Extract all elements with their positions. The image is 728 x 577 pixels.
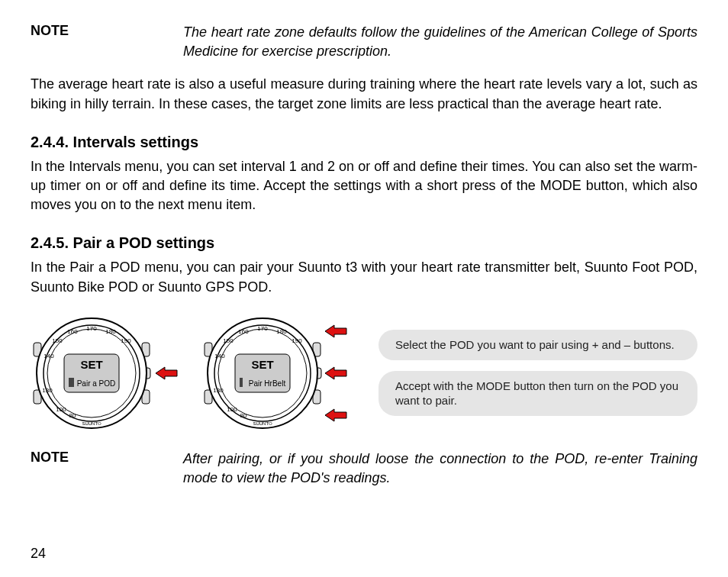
pair-pod-body: In the Pair a POD menu, you can pair you… [31,258,697,296]
watch-2-brand: SUUNTO [253,421,272,426]
page-number: 24 [31,546,46,562]
svg-text:130: 130 [213,387,224,394]
pair-pod-diagram: 170 160 180 150 190 140 130 80 100 SET [31,312,697,434]
svg-text:140: 140 [43,353,54,359]
note-2: NOTE After pairing, or if you should loo… [31,450,697,488]
svg-text:150: 150 [223,337,234,344]
pair-pod-heading: 2.4.5. Pair a POD settings [31,234,697,252]
svg-text:180: 180 [105,328,116,335]
svg-text:190: 190 [292,337,302,344]
watch-1-brand: SUUNTO [82,421,101,426]
arrow-icon [325,366,348,381]
watch-1: 170 160 180 150 190 140 130 80 100 SET [31,312,153,434]
intervals-heading: 2.4.4. Intervals settings [31,134,697,151]
note-1-text: The heart rate zone defaults follow the … [183,23,697,61]
svg-text:160: 160 [238,328,249,335]
watch-2-line2: Pair HrBelt [249,379,286,388]
svg-text:180: 180 [276,328,287,335]
callouts: Select the POD you want to pair using + … [378,330,697,416]
average-heart-rate-paragraph: The average heart rate is also a useful … [31,75,697,113]
note-2-label: NOTE [31,450,183,488]
svg-text:190: 190 [121,337,131,344]
watch-1-line1: SET [80,358,102,371]
svg-text:100: 100 [227,406,237,413]
arrow-icon [325,324,348,339]
arrow-set [325,324,348,423]
callout-accept-mode: Accept with the MODE button then turn on… [378,371,697,416]
svg-text:160: 160 [67,328,78,335]
svg-text:100: 100 [56,406,66,413]
callout-select-pod: Select the POD you want to pair using + … [378,330,697,360]
note-1: NOTE The heart rate zone defaults follow… [31,23,697,61]
svg-marker-19 [156,367,177,379]
svg-text:130: 130 [42,387,53,394]
svg-rect-18 [69,378,74,387]
watch-2: 170 160 180 150 190 140 130 80 100 SET P… [201,312,324,434]
note-1-label: NOTE [31,23,183,61]
watch-1-line2: Pair a POD [77,379,116,388]
arrow-icon [156,366,179,381]
svg-text:80: 80 [69,412,76,419]
svg-marker-40 [325,367,346,379]
svg-rect-38 [240,378,243,387]
svg-text:80: 80 [240,412,247,419]
svg-text:140: 140 [214,353,225,359]
watch-1-svg: 170 160 180 150 190 140 130 80 100 SET [31,312,153,434]
svg-text:170: 170 [257,325,268,332]
watch-1-block: 170 160 180 150 190 140 130 80 100 SET [31,312,179,434]
note-2-text: After pairing, or if you should loose th… [183,450,697,488]
arrow-icon [325,408,348,423]
svg-marker-41 [325,409,346,421]
intervals-body: In the Intervals menu, you can set inter… [31,157,697,215]
svg-text:170: 170 [86,325,97,332]
watch-2-svg: 170 160 180 150 190 140 130 80 100 SET P… [201,312,324,434]
svg-marker-39 [325,325,346,337]
svg-text:150: 150 [52,337,63,344]
page: NOTE The heart rate zone defaults follow… [0,0,728,577]
watch-2-block: 170 160 180 150 190 140 130 80 100 SET P… [201,312,356,434]
watch-2-line1: SET [251,358,273,371]
